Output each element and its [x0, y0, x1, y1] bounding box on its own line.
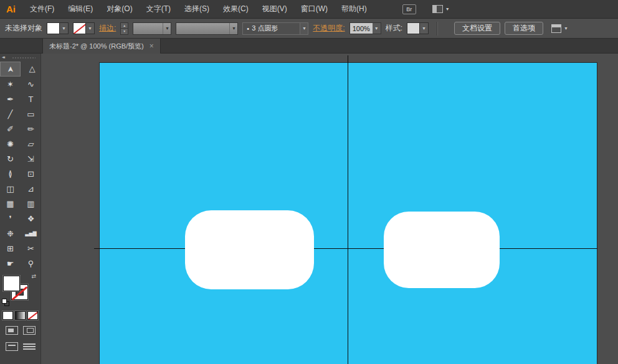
- direct-selection-tool-icon: ▷: [26, 66, 36, 72]
- menu-window[interactable]: 窗口(W): [294, 0, 335, 18]
- horizontal-path-line[interactable]: [94, 248, 597, 249]
- style-combo[interactable]: ▼: [407, 22, 429, 34]
- stroke-color-swatch-none[interactable]: [74, 23, 86, 34]
- collapse-panel-icon[interactable]: ◂◂: [2, 55, 4, 60]
- menu-bar: Ai 文件(F) 编辑(E) 对象(O) 文字(T) 选择(S) 效果(C) 视…: [0, 0, 618, 19]
- eyedropper-tool[interactable]: ❜: [0, 211, 21, 226]
- selection-status-label: 未选择对象: [5, 23, 42, 34]
- fill-color-swatch[interactable]: [47, 23, 60, 34]
- fill-indicator-swatch[interactable]: [3, 276, 20, 291]
- column-graph-icon: ▃▅▇: [25, 231, 36, 236]
- workspace-layout-icon: [432, 5, 443, 13]
- fill-stroke-indicator: ⇄: [0, 273, 40, 309]
- swap-fill-stroke-icon[interactable]: ⇄: [31, 273, 36, 279]
- paintbrush-tool[interactable]: ✐: [0, 121, 21, 136]
- control-bar: 未选择对象 ▼ ▼ 描边: ▲ ▼ ▼ ▼ • 3 点圆形 ▼ 不透明度: 10…: [0, 19, 618, 39]
- stroke-weight-combo[interactable]: ▼: [133, 22, 171, 35]
- toolbar-menu-button[interactable]: [23, 342, 36, 351]
- shape-builder-tool[interactable]: ◫: [0, 181, 21, 196]
- menu-effect[interactable]: 效果(C): [216, 0, 255, 18]
- width-profile-combo[interactable]: ▼: [176, 22, 238, 35]
- align-panel-button[interactable]: ▼: [551, 24, 568, 33]
- hand-tool[interactable]: ☛: [0, 256, 21, 271]
- slice-tool[interactable]: ✂: [21, 241, 41, 256]
- canvas-area[interactable]: [41, 54, 618, 364]
- perspective-grid-tool[interactable]: ⊿: [21, 181, 41, 196]
- artboard[interactable]: [100, 63, 597, 364]
- gradient-button[interactable]: [15, 311, 26, 320]
- menu-help[interactable]: 帮助(H): [335, 0, 374, 18]
- magic-wand-tool[interactable]: ✶: [0, 77, 21, 91]
- rotate-tool[interactable]: ↻: [0, 151, 21, 166]
- vertical-path-line[interactable]: [348, 55, 348, 364]
- workspace-switcher[interactable]: ▼: [432, 5, 450, 13]
- opacity-panel-link[interactable]: 不透明度:: [313, 23, 345, 34]
- stepper-up-icon[interactable]: ▲: [121, 23, 128, 29]
- brush-definition-combo[interactable]: • 3 点圆形 ▼: [242, 22, 308, 35]
- menu-view[interactable]: 视图(V): [255, 0, 294, 18]
- default-fill-stroke-icon[interactable]: [2, 299, 7, 304]
- hand-icon: ☛: [7, 259, 14, 268]
- stroke-color-combo[interactable]: ▼: [73, 22, 95, 34]
- draw-behind-mode-button[interactable]: [23, 326, 36, 335]
- menu-file[interactable]: 文件(F): [23, 0, 61, 18]
- document-setup-button[interactable]: 文档设置: [454, 22, 500, 35]
- chevron-down-icon: ▼: [564, 26, 568, 30]
- mesh-icon: ▦: [6, 199, 14, 208]
- draw-normal-mode-button[interactable]: [6, 326, 18, 335]
- color-button[interactable]: [2, 311, 13, 320]
- chevron-down-icon[interactable]: ▼: [420, 23, 428, 34]
- pencil-tool[interactable]: ✏: [21, 121, 41, 136]
- stroke-weight-stepper[interactable]: ▲ ▼: [120, 22, 128, 35]
- bridge-icon[interactable]: Br: [402, 4, 416, 14]
- menu-object[interactable]: 对象(O): [100, 0, 139, 18]
- slice-icon: ✂: [27, 244, 34, 253]
- artboard-tool[interactable]: ⊞: [0, 241, 21, 256]
- opacity-combo[interactable]: 100% ▼: [349, 22, 381, 34]
- chevron-down-icon[interactable]: ▼: [86, 23, 94, 34]
- stepper-down-icon[interactable]: ▼: [121, 29, 128, 34]
- menu-select[interactable]: 选择(S): [178, 0, 216, 18]
- style-swatch[interactable]: [407, 23, 420, 34]
- document-tab-title: 未标题-2* @ 100% (RGB/预览): [49, 42, 144, 51]
- type-tool[interactable]: T: [21, 91, 41, 106]
- symbol-sprayer-tool[interactable]: ❉: [0, 226, 21, 241]
- lasso-tool[interactable]: ∿: [21, 77, 41, 91]
- eraser-icon: ▱: [28, 139, 34, 149]
- chevron-down-icon[interactable]: ▼: [229, 23, 237, 34]
- zoom-tool[interactable]: ⚲: [21, 256, 41, 271]
- chevron-down-icon[interactable]: ▼: [60, 23, 68, 34]
- stroke-panel-link[interactable]: 描边:: [99, 23, 116, 34]
- rectangle-tool[interactable]: ▭: [21, 106, 41, 121]
- screen-mode-button[interactable]: [6, 342, 18, 351]
- free-transform-tool[interactable]: ⊡: [21, 166, 41, 181]
- rounded-rectangle-shape-right[interactable]: [384, 212, 500, 288]
- chevron-down-icon[interactable]: ▼: [163, 23, 171, 34]
- scale-tool[interactable]: ⇲: [21, 151, 41, 166]
- line-segment-tool[interactable]: ╱: [0, 106, 21, 121]
- fill-color-combo[interactable]: ▼: [47, 22, 69, 34]
- rounded-rectangle-shape-left[interactable]: [185, 210, 314, 289]
- document-tab[interactable]: 未标题-2* @ 100% (RGB/预览) ×: [42, 39, 161, 54]
- pen-tool[interactable]: ✒: [0, 91, 21, 106]
- eraser-tool[interactable]: ▱: [21, 136, 41, 151]
- selection-tool[interactable]: ➤: [0, 62, 21, 77]
- chevron-down-icon[interactable]: ▼: [300, 23, 308, 34]
- close-icon[interactable]: ×: [150, 42, 154, 50]
- opacity-value[interactable]: 100%: [350, 23, 373, 34]
- blob-brush-tool[interactable]: ✺: [0, 136, 21, 151]
- gradient-tool[interactable]: ▥: [21, 196, 41, 211]
- panel-grip[interactable]: [12, 57, 36, 58]
- menu-type[interactable]: 文字(T): [140, 0, 178, 18]
- rectangle-icon: ▭: [27, 110, 34, 119]
- none-button[interactable]: [27, 311, 38, 320]
- width-tool[interactable]: ≬: [0, 166, 21, 181]
- menu-edit[interactable]: 编辑(E): [61, 0, 100, 18]
- direct-selection-tool[interactable]: ▷: [21, 62, 41, 77]
- width-tool-icon: ≬: [8, 169, 12, 179]
- blend-tool[interactable]: ❖: [21, 211, 41, 226]
- column-graph-tool[interactable]: ▃▅▇: [21, 226, 41, 241]
- preferences-button[interactable]: 首选项: [505, 22, 543, 35]
- chevron-down-icon[interactable]: ▼: [373, 23, 381, 34]
- mesh-tool[interactable]: ▦: [0, 196, 21, 211]
